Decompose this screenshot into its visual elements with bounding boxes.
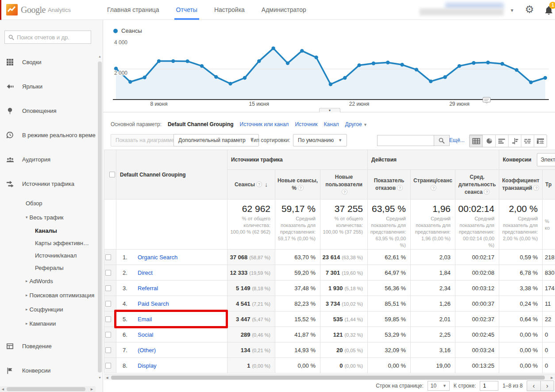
row-checkbox[interactable] [105,285,111,291]
ga-brand[interactable]: Google Analytics [6,4,71,15]
search-button[interactable] [434,135,450,146]
sidebar-item-карты-эффективн-[interactable]: Карты эффективн… [0,237,96,249]
gear-icon[interactable]: ⚙ [525,4,534,15]
column-header-4[interactable]: Страниц/сеанс? [411,170,455,200]
table-horizontal-scrollbar[interactable]: ◀ ▶ [104,374,555,380]
sidebar-item-в-режиме-реального-времен[interactable]: В режиме реального времен [0,123,96,147]
column-header-5[interactable]: Сред. длительность сеанса? [455,170,499,200]
table-search-input[interactable] [377,135,434,146]
sidebar-item-источник-канал[interactable]: Источник/канал [0,249,96,261]
help-icon[interactable]: ? [533,185,539,191]
sidebar-item-конверсии[interactable]: Конверсии [0,358,96,383]
advanced-more-link[interactable]: Ещё... [449,137,465,143]
sidebar-item-поисковая-оптимизация[interactable]: ▸Поисковая оптимизация [0,288,96,302]
column-header-1[interactable]: Новые сеансы, %? [275,170,320,200]
help-icon[interactable]: ? [484,189,489,195]
chart-expander-tab[interactable]: ▼ [319,108,340,112]
sidebar-search[interactable] [4,31,91,44]
data-point[interactable]: 13 июня: 1040 [228,82,232,85]
annotation-marker-icon[interactable] [483,97,490,104]
data-point[interactable]: 15 июня: 2520 [257,59,261,63]
data-point[interactable]: 22 июня: 2250 [357,63,361,67]
account-selector-blurred[interactable] [420,3,506,17]
row-checkbox[interactable] [105,301,111,307]
row-checkbox[interactable] [105,332,111,338]
sidebar-item-оповещения[interactable]: Оповещения [0,99,96,123]
channel-link[interactable]: Paid Search [138,300,169,307]
sidebar-item-сводки[interactable]: Сводки [0,50,96,74]
rows-per-page-select[interactable]: 10▼ [428,381,450,391]
sidebar-item-ярлыки[interactable]: Ярлыки [0,74,96,99]
data-point[interactable]: 1 июля: 2430 [486,61,489,64]
tab-отчеты[interactable]: Отчеты [174,0,199,20]
data-point[interactable]: 2 июля: 2340 [501,62,504,65]
performance-view-icon[interactable] [495,135,508,147]
help-icon[interactable]: ? [342,189,347,195]
data-point[interactable]: 14 июня: 1420 [243,76,247,80]
column-header-2[interactable]: Новые пользователи? [320,170,368,200]
channel-link[interactable]: Direct [138,269,153,276]
sidebar-item-рефералы[interactable]: Рефералы [0,261,96,274]
scrollbar-thumb[interactable] [111,376,545,380]
row-checkbox[interactable] [105,254,111,260]
secondary-dimension-dropdown[interactable]: Дополнительный параметр▼ [173,134,259,146]
data-point[interactable]: 5 июля: 1420 [543,76,547,80]
help-icon[interactable]: ? [431,185,436,191]
scroll-up-icon[interactable]: ▲ [97,54,103,59]
scrollbar-thumb[interactable] [7,387,85,391]
sidebar-item-adwords[interactable]: ▸AdWords [0,274,96,288]
data-point[interactable]: 16 июня: 3360 [271,46,275,50]
row-checkbox[interactable] [105,270,111,276]
data-point[interactable]: 19 июня: 2760 [314,56,318,59]
sidebar-item-аудитория[interactable]: Аудитория [0,147,96,172]
channel-link[interactable]: (Other) [138,347,156,354]
channel-link[interactable]: Referral [138,285,158,292]
primary-dimension-selected[interactable]: Default Channel Grouping [168,121,234,127]
data-point[interactable]: 9 июня: 2520 [171,59,175,63]
data-point[interactable]: 30 июня: 2400 [472,61,475,65]
sidebar-item-поведение[interactable]: Поведение [0,334,96,358]
tab-главная-страница[interactable]: Главная страница [105,0,161,20]
sidebar-item-соцфункции[interactable]: ▸Соцфункции [0,302,96,316]
data-point[interactable]: 18 июня: 3190 [300,49,304,53]
data-point[interactable]: 12 июня: 1480 [214,75,218,79]
account-caret-icon[interactable]: ▼ [510,8,514,13]
column-header-3[interactable]: Показатель отказов? [368,170,411,200]
tab-администратор[interactable]: Администратор [260,0,308,20]
sort-desc-icon[interactable]: ↓ [265,181,268,188]
dimension-more-dropdown[interactable]: Другое ▼ [345,121,367,127]
data-point[interactable]: 3 июля: 1940 [515,68,518,72]
data-point[interactable]: 28 июня: 1470 [443,75,447,79]
row-checkbox[interactable] [105,363,111,369]
sidebar-item-каналы[interactable]: Каналы [0,224,96,237]
sidebar-horizontal-scrollbar[interactable]: ◀ ▶ [0,386,96,392]
scroll-left-icon[interactable]: ◀ [0,386,6,392]
column-header-6[interactable]: Коэффициент транзакций? [499,170,543,200]
column-header-7[interactable]: Тр [543,170,555,200]
data-table-view-icon[interactable] [470,135,482,147]
dimension-column-header[interactable]: Default Channel Grouping [116,150,227,200]
sessions-line-chart[interactable]: 5 июня: 20306 июня: 11607 июня: 14508 ию… [106,39,553,108]
dimension-link-1[interactable]: Источник [295,121,317,127]
data-point[interactable]: 24 июня: 2430 [386,61,389,64]
row-checkbox[interactable] [105,316,111,322]
channel-link[interactable]: Organic Search [138,254,177,261]
data-point[interactable]: 29 июня: 2200 [458,64,461,68]
conversions-goal-dropdown[interactable]: Электрон [537,153,555,166]
data-point[interactable]: 21 июня: 1420 [343,76,347,80]
data-point[interactable]: 17 июня: 2380 [286,61,289,65]
percentage-view-icon[interactable] [482,135,495,147]
data-point[interactable]: 20 июня: 1000 [329,82,332,86]
dimension-link-2[interactable]: Канал [324,121,339,127]
dimension-link-0[interactable]: Источник или канал [240,121,289,127]
data-point[interactable]: 6 июня: 1160 [128,80,132,84]
tab-настройка[interactable]: Настройка [212,0,247,20]
help-icon[interactable]: ? [397,185,403,191]
data-point[interactable]: 26 июня: 1960 [415,68,418,71]
sidebar-vertical-scrollbar[interactable]: ▲ ▼ [97,54,103,380]
pivot-view-icon[interactable] [534,135,547,147]
scroll-left-icon[interactable]: ◀ [104,375,110,380]
sidebar-item-весь-трафик[interactable]: ▾Весь трафик [0,210,96,224]
data-point[interactable]: 8 июня: 2520 [157,59,161,63]
row-checkbox[interactable] [105,347,111,353]
